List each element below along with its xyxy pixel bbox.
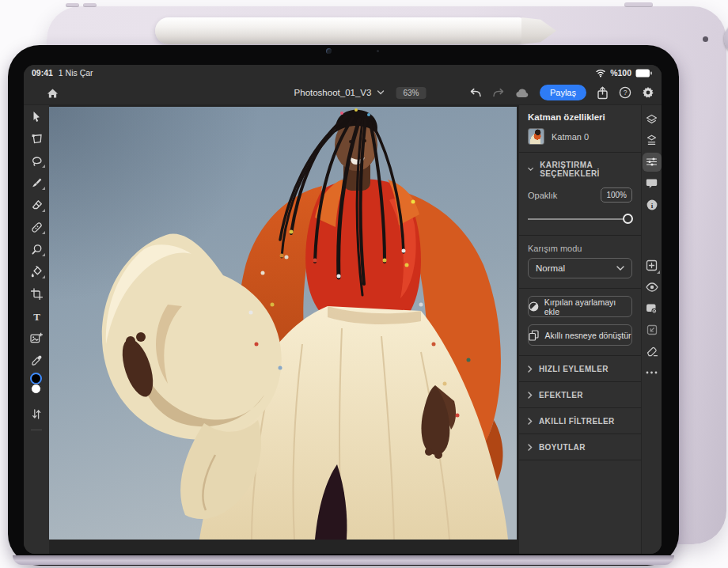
ipad-front-device: 09:41 1 Nis Çar %100 bbox=[8, 45, 679, 566]
apple-pencil bbox=[155, 17, 522, 44]
section-label: HIZLI EYLEMLER bbox=[539, 365, 609, 373]
right-icon-rail: i bbox=[641, 105, 662, 554]
share-button[interactable]: Paylaş bbox=[540, 85, 586, 100]
volume-button-2 bbox=[83, 3, 97, 7]
zoom-tool[interactable] bbox=[24, 238, 49, 260]
power-button bbox=[624, 2, 653, 7]
button-label: Kırpılan ayarlamayı ekle bbox=[544, 297, 631, 316]
home-icon bbox=[47, 88, 59, 99]
canvas-photo[interactable] bbox=[49, 107, 517, 540]
opacity-slider[interactable] bbox=[528, 214, 632, 224]
settings-gear-icon[interactable] bbox=[642, 86, 654, 99]
healing-brush-tool[interactable] bbox=[24, 216, 49, 238]
blending-options-header[interactable]: KARIŞTIRMA SEÇENEKLERİ bbox=[519, 153, 641, 186]
add-layer-icon[interactable] bbox=[643, 255, 662, 276]
section-quick-actions[interactable]: HIZLI EYLEMLER bbox=[519, 356, 641, 381]
brush-tool[interactable] bbox=[24, 172, 49, 194]
slider-track[interactable] bbox=[528, 218, 632, 220]
layer-preview-icon[interactable] bbox=[643, 297, 662, 319]
clip-export-icon[interactable] bbox=[643, 319, 662, 340]
place-image-tool[interactable] bbox=[24, 327, 49, 349]
clock: 09:41 bbox=[32, 68, 53, 78]
lasso-tool[interactable] bbox=[24, 150, 49, 172]
background-color-swatch[interactable] bbox=[31, 384, 41, 394]
layer-properties-icon[interactable] bbox=[643, 130, 662, 151]
section-label: BOYUTLAR bbox=[539, 443, 586, 452]
battery-percent: %100 bbox=[610, 68, 631, 78]
chevron-right-icon bbox=[528, 444, 533, 451]
photoshop-app-screen: 09:41 1 Nis Çar %100 bbox=[24, 65, 662, 554]
status-bar: 09:41 1 Nis Çar %100 bbox=[24, 65, 662, 81]
volume-button-1 bbox=[66, 3, 79, 7]
zoom-level-badge[interactable]: 63% bbox=[396, 87, 426, 99]
undo-button[interactable] bbox=[469, 87, 482, 98]
blend-mode-label: Karışım modu bbox=[519, 236, 641, 258]
cloud-sync-icon[interactable] bbox=[515, 88, 529, 98]
comments-icon[interactable] bbox=[643, 172, 662, 194]
chevron-down-icon bbox=[528, 167, 533, 172]
toolbar-divider bbox=[31, 430, 42, 430]
section-label: EFEKTLER bbox=[539, 391, 583, 399]
scene: 09:41 1 Nis Çar %100 bbox=[0, 0, 728, 568]
blend-mode-dropdown[interactable]: Normal bbox=[528, 258, 632, 278]
clipped-adjustment-icon bbox=[529, 301, 539, 312]
chevron-right-icon bbox=[528, 418, 533, 425]
properties-sliders-icon[interactable] bbox=[643, 153, 662, 172]
info-icon[interactable]: i bbox=[643, 194, 662, 215]
home-button[interactable] bbox=[44, 85, 60, 101]
eraser-tool[interactable] bbox=[24, 194, 49, 216]
help-icon[interactable]: ? bbox=[619, 86, 631, 99]
section-dimensions[interactable]: BOYUTLAR bbox=[519, 434, 641, 460]
canvas-area[interactable] bbox=[49, 105, 518, 554]
front-sensor-dot bbox=[377, 50, 379, 52]
panel-divider bbox=[519, 460, 641, 460]
chevron-right-icon bbox=[528, 392, 533, 399]
layer-properties-panel: Katman özellikleri Katman 0 KARIŞTIRMA S… bbox=[518, 105, 641, 554]
foreground-color-swatch[interactable] bbox=[30, 373, 42, 384]
type-tool[interactable]: T bbox=[24, 305, 49, 327]
redo-button[interactable] bbox=[492, 87, 505, 98]
tool-bar: T bbox=[24, 105, 49, 554]
visibility-eye-icon[interactable] bbox=[643, 276, 662, 297]
layer-row[interactable]: Katman 0 bbox=[519, 127, 641, 152]
add-clipped-adjustment-button[interactable]: Kırpılan ayarlamayı ekle bbox=[528, 296, 632, 317]
transform-tool[interactable] bbox=[24, 127, 49, 150]
section-smart-filters[interactable]: AKILLI FİLTRELER bbox=[519, 408, 641, 434]
export-icon[interactable] bbox=[597, 86, 609, 100]
layer-name: Katman 0 bbox=[552, 132, 589, 142]
document-title-group[interactable]: Photoshoot_01_V3 63% bbox=[294, 87, 427, 99]
convert-smart-object-button[interactable]: Akıllı nesneye dönüştür bbox=[528, 324, 632, 346]
front-camera-dot bbox=[326, 48, 332, 54]
swap-colors-button[interactable] bbox=[24, 403, 49, 425]
opacity-row: Opaklık 100% bbox=[519, 186, 641, 204]
slider-handle[interactable] bbox=[623, 214, 633, 224]
blend-mode-value: Normal bbox=[536, 263, 565, 273]
rear-mic-dot bbox=[703, 36, 708, 42]
blending-options-label: KARIŞTIRMA SEÇENEKLERİ bbox=[540, 161, 632, 178]
chevron-right-icon bbox=[528, 365, 533, 373]
color-swatches[interactable] bbox=[24, 373, 49, 403]
more-icon[interactable] bbox=[643, 362, 662, 383]
battery-icon bbox=[635, 69, 652, 78]
cleanup-icon[interactable] bbox=[643, 340, 662, 362]
move-tool[interactable] bbox=[24, 105, 49, 127]
button-label: Akıllı nesneye dönüştür bbox=[544, 331, 631, 340]
title-bar: Photoshoot_01_V3 63% P bbox=[24, 81, 662, 105]
opacity-value-box[interactable]: 100% bbox=[601, 187, 632, 203]
chevron-down-icon bbox=[616, 266, 624, 271]
layers-icon[interactable] bbox=[643, 108, 662, 130]
rear-camera bbox=[724, 22, 728, 55]
crop-tool[interactable] bbox=[24, 282, 49, 305]
fill-tool[interactable] bbox=[24, 260, 49, 282]
svg-text:T: T bbox=[33, 311, 40, 321]
smart-object-icon bbox=[529, 330, 539, 341]
date: 1 Nis Çar bbox=[59, 68, 93, 78]
section-effects[interactable]: EFEKTLER bbox=[519, 382, 641, 407]
layer-thumbnail[interactable] bbox=[528, 128, 544, 145]
opacity-label: Opaklık bbox=[528, 191, 557, 200]
svg-text:?: ? bbox=[624, 89, 628, 97]
wifi-icon bbox=[595, 68, 606, 78]
document-title: Photoshoot_01_V3 bbox=[294, 88, 372, 97]
eyedropper-tool[interactable] bbox=[24, 349, 49, 371]
section-label: AKILLI FİLTRELER bbox=[539, 417, 615, 426]
